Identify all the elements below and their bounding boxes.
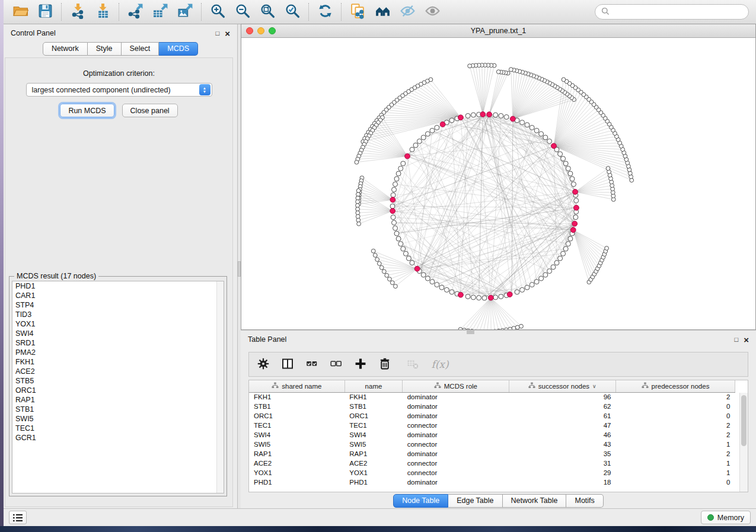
cell[interactable]: 61 <box>509 411 616 421</box>
tab-network[interactable]: Network <box>43 42 88 56</box>
cell[interactable]: ORC1 <box>344 411 402 421</box>
table-row[interactable]: SWI5SWI5connector431 <box>249 440 735 449</box>
column-header-MCDS-role[interactable]: MCDS role <box>403 380 509 392</box>
cell[interactable]: connector <box>403 459 509 468</box>
mcds-result-item[interactable]: GCR1 <box>12 433 224 443</box>
search-input[interactable] <box>613 8 742 16</box>
optimization-criterion-select[interactable]: largest connected component (undirected)… <box>26 83 212 97</box>
cell[interactable]: dominator <box>403 402 509 411</box>
table-scrollbar-thumb[interactable] <box>741 395 747 446</box>
cell[interactable]: RAP1 <box>344 449 402 459</box>
cell[interactable]: connector <box>403 468 509 477</box>
table-row[interactable]: SWI4SWI4dominator462 <box>249 430 735 440</box>
save-session-button[interactable] <box>36 2 55 21</box>
unselect-all-button[interactable] <box>329 357 343 371</box>
mcds-result-item[interactable]: TID3 <box>12 310 224 319</box>
zoom-out-button[interactable] <box>233 2 252 21</box>
cell[interactable]: dominator <box>403 392 509 402</box>
tab-select[interactable]: Select <box>122 42 160 56</box>
cell[interactable]: 2 <box>616 392 735 402</box>
zoom-selected-button[interactable] <box>283 2 302 21</box>
network-canvas[interactable] <box>241 38 755 329</box>
cell[interactable]: 0 <box>616 411 735 421</box>
search-input-wrap[interactable] <box>595 4 749 20</box>
export-table-button[interactable] <box>151 2 170 21</box>
select-all-button[interactable] <box>305 357 319 371</box>
mcds-result-item[interactable]: STB1 <box>12 405 224 414</box>
cell[interactable]: RAP1 <box>249 449 344 459</box>
window-minimize-button[interactable] <box>257 27 264 34</box>
mcds-result-item[interactable]: PHD1 <box>12 281 224 291</box>
cell[interactable]: FKH1 <box>249 392 344 402</box>
table-mode-button[interactable] <box>256 357 270 371</box>
memory-button[interactable]: Memory <box>701 511 751 524</box>
column-header-predecessor-nodes[interactable]: predecessor nodes <box>616 380 735 392</box>
mcds-result-item[interactable]: ORC1 <box>12 386 224 395</box>
cell[interactable]: SWI4 <box>344 430 402 440</box>
mcds-result-item[interactable]: STB5 <box>12 376 224 386</box>
export-image-button[interactable] <box>176 2 194 21</box>
cell[interactable]: 2 <box>616 421 735 430</box>
window-close-button[interactable] <box>246 27 253 34</box>
close-panel-button[interactable]: Close panel <box>122 104 178 117</box>
tab-mcds[interactable]: MCDS <box>159 42 198 56</box>
cell[interactable]: 1 <box>616 440 735 449</box>
cell[interactable]: STB1 <box>344 402 402 411</box>
cell[interactable]: dominator <box>403 449 509 459</box>
cell[interactable]: dominator <box>403 477 509 487</box>
tab-edge-table[interactable]: Edge Table <box>448 494 502 508</box>
cell[interactable]: 47 <box>509 421 616 430</box>
zoom-in-button[interactable] <box>208 2 227 21</box>
cell[interactable]: 62 <box>509 402 616 411</box>
table-row[interactable]: YOX1YOX1connector291 <box>249 468 735 477</box>
cell[interactable]: ACE2 <box>344 459 402 468</box>
mcds-result-item[interactable]: SRD1 <box>12 338 224 348</box>
cell[interactable]: 0 <box>616 402 735 411</box>
tab-style[interactable]: Style <box>88 42 122 56</box>
table-row[interactable]: STB1STB1dominator620 <box>249 402 735 411</box>
cell[interactable]: dominator <box>403 430 509 440</box>
zoom-fit-button[interactable] <box>258 2 277 21</box>
cell[interactable]: connector <box>403 421 509 430</box>
cell[interactable]: connector <box>403 440 509 449</box>
new-network-from-selection-button[interactable] <box>348 2 367 21</box>
mcds-result-item[interactable]: PMA2 <box>12 348 224 357</box>
cell[interactable]: SWI5 <box>344 440 402 449</box>
tab-network-table[interactable]: Network Table <box>503 494 567 508</box>
cell[interactable]: SWI5 <box>249 440 344 449</box>
table-row[interactable]: TEC1TEC1connector472 <box>249 421 735 430</box>
network-window-titlebar[interactable]: YPA_prune.txt_1 <box>241 24 755 38</box>
show-all-button[interactable] <box>423 2 442 21</box>
cell[interactable]: 31 <box>509 459 616 468</box>
table-row[interactable]: FKH1FKH1dominator962 <box>249 392 735 402</box>
tab-motifs[interactable]: Motifs <box>566 494 603 508</box>
cell[interactable]: 2 <box>616 430 735 440</box>
cell[interactable]: ACE2 <box>249 459 344 468</box>
mcds-result-item[interactable]: STP4 <box>12 300 224 310</box>
cell[interactable]: 43 <box>509 440 616 449</box>
column-header-name[interactable]: name <box>344 380 402 392</box>
cell[interactable]: 46 <box>509 430 616 440</box>
hide-selected-button[interactable] <box>398 2 417 21</box>
cell[interactable]: 2 <box>616 449 735 459</box>
close-table-panel-icon[interactable]: × <box>744 335 749 344</box>
tab-node-table[interactable]: Node Table <box>393 494 448 508</box>
cell[interactable]: dominator <box>403 411 509 421</box>
mcds-result-item[interactable]: CAR1 <box>12 291 224 300</box>
import-network-button[interactable] <box>68 2 87 21</box>
cell[interactable]: ORC1 <box>249 411 344 421</box>
cell[interactable]: SWI4 <box>249 430 344 440</box>
cell[interactable]: 96 <box>509 392 616 402</box>
cell[interactable]: STB1 <box>249 402 344 411</box>
column-header-shared-name[interactable]: shared name <box>249 380 344 392</box>
add-column-button[interactable] <box>353 357 368 371</box>
import-table-button[interactable] <box>93 2 112 21</box>
result-list-scrollbar[interactable] <box>216 281 224 493</box>
window-zoom-button[interactable] <box>269 27 276 34</box>
cell[interactable]: TEC1 <box>249 421 344 430</box>
cell[interactable]: PHD1 <box>344 477 402 487</box>
mcds-result-item[interactable]: RAP1 <box>12 395 224 405</box>
cell[interactable]: YOX1 <box>249 468 344 477</box>
cell[interactable]: 18 <box>509 477 616 487</box>
cell[interactable]: 1 <box>616 459 735 468</box>
